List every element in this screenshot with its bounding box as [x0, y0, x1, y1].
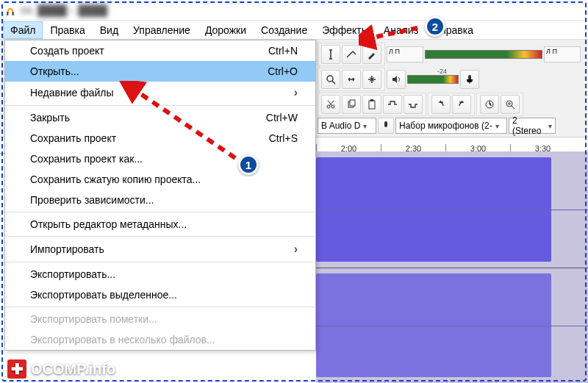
- paste-icon[interactable]: [362, 95, 381, 114]
- meter-value: -24: [437, 68, 447, 75]
- mic-icon[interactable]: [460, 70, 479, 89]
- svg-rect-9: [370, 99, 373, 101]
- meter-labels-play: Л П: [544, 46, 581, 62]
- menu-item-shortcut: Ctrl+S: [269, 132, 298, 144]
- tool-envelope-icon[interactable]: [342, 45, 361, 64]
- window-title: 04. ████ – ████: [21, 4, 107, 16]
- svg-rect-0: [7, 12, 9, 15]
- menu-item-label: Создать проект: [30, 45, 104, 57]
- file-menu-dropdown: Создать проектCtrl+NОткрыть...Ctrl+OНеда…: [4, 40, 316, 351]
- tool-draw-icon[interactable]: [362, 45, 381, 64]
- titlebar: 04. ████ – ████: [0, 0, 588, 21]
- menu-item-label: Сохранить проект как...: [30, 153, 143, 165]
- meter-labels-rec: Л П: [387, 46, 423, 62]
- zoom-in-icon[interactable]: [501, 95, 520, 114]
- menu-item[interactable]: Создать проектCtrl+N: [5, 40, 315, 61]
- menu-item-label: Экспортировать в несколько файлов...: [30, 334, 215, 346]
- app-icon: [4, 4, 16, 16]
- menu-item[interactable]: Экспортировать...: [5, 264, 315, 284]
- menu-item-label: Экспортировать пометки...: [30, 313, 157, 325]
- menu-item-label: Сохранить проект: [30, 132, 116, 144]
- mic-select-icon: [378, 118, 394, 134]
- menu-item[interactable]: Сохранить проект как...: [5, 148, 315, 169]
- menubar: Файл Правка Вид Управление Дорожки Созда…: [0, 21, 588, 40]
- svg-rect-7: [350, 100, 355, 106]
- menu-item-label: Открыть...: [30, 65, 79, 77]
- tool-timeshift-icon[interactable]: [342, 70, 361, 89]
- menu-transport[interactable]: Управление: [126, 21, 198, 39]
- svg-point-2: [327, 76, 333, 82]
- play-meter[interactable]: -24: [407, 75, 459, 84]
- svg-rect-1: [12, 12, 15, 15]
- tool-zoom-icon[interactable]: [321, 70, 340, 89]
- waveform-track[interactable]: [316, 151, 588, 383]
- menu-item-label: Импортировать: [30, 243, 104, 255]
- menu-item: Экспортировать пометки...: [5, 309, 315, 329]
- channels-combo[interactable]: 2 (Stereo: [509, 118, 556, 134]
- menu-item[interactable]: Открыть редактор метаданных...: [5, 214, 315, 235]
- svg-rect-12: [384, 121, 387, 127]
- cut-icon[interactable]: [321, 95, 340, 114]
- menu-analyze[interactable]: Анализ: [376, 21, 426, 39]
- menu-item[interactable]: Сохранить проектCtrl+S: [5, 128, 315, 148]
- menu-item[interactable]: ЗакрытьCtrl+W: [5, 107, 315, 128]
- menu-item-label: Закрыть: [30, 112, 70, 124]
- menu-effects[interactable]: Эффекты: [315, 21, 376, 39]
- silence-icon[interactable]: [404, 95, 423, 114]
- menu-item-shortcut: Ctrl+W: [266, 112, 298, 124]
- menu-item[interactable]: Проверить зависимости...: [5, 190, 315, 210]
- menu-item[interactable]: Сохранить сжатую копию проекта...: [5, 169, 315, 190]
- menu-edit[interactable]: Правка: [43, 21, 92, 39]
- sync-lock-icon[interactable]: [480, 95, 499, 114]
- tool-ibeam-icon[interactable]: [321, 45, 340, 64]
- menu-view[interactable]: Вид: [93, 21, 126, 39]
- menu-item[interactable]: Открыть...Ctrl+O: [5, 61, 315, 82]
- menu-item-label: Экспортировать...: [30, 268, 115, 280]
- watermark: ✚ OCOMP.info: [7, 359, 115, 379]
- submenu-arrow-icon: [294, 86, 298, 99]
- submenu-arrow-icon: [294, 243, 298, 256]
- menu-item-shortcut: Ctrl+N: [268, 45, 298, 57]
- tool-group-cursor: [318, 43, 385, 66]
- svg-rect-8: [369, 101, 375, 109]
- menu-item[interactable]: Экспортировать выделенное...: [5, 284, 315, 305]
- rec-meter[interactable]: [425, 50, 542, 59]
- watermark-icon: ✚: [7, 359, 26, 379]
- mic-combo[interactable]: Набор микрофонов (2-: [395, 118, 507, 134]
- menu-item[interactable]: Импортировать: [5, 238, 315, 260]
- watermark-text: OCOMP.info: [31, 361, 115, 378]
- menu-item-label: Проверить зависимости...: [30, 194, 154, 206]
- speaker-icon[interactable]: [387, 70, 406, 89]
- menu-item-label: Открыть редактор метаданных...: [30, 218, 187, 230]
- menu-help[interactable]: Справка: [426, 21, 481, 39]
- undo-icon[interactable]: [431, 95, 451, 114]
- menu-tracks[interactable]: Дорожки: [198, 21, 254, 39]
- menu-item-label: Сохранить сжатую копию проекта...: [30, 173, 201, 185]
- menu-item-label: Экспортировать выделенное...: [30, 289, 177, 301]
- redo-icon[interactable]: [452, 95, 471, 114]
- menu-item-shortcut: Ctrl+O: [268, 65, 298, 77]
- host-combo[interactable]: B Audio D: [318, 118, 376, 134]
- menu-item[interactable]: Недавние файлы: [5, 82, 315, 104]
- trim-icon[interactable]: [383, 95, 402, 114]
- tool-multi-icon[interactable]: [362, 70, 381, 89]
- menu-file[interactable]: Файл: [3, 21, 43, 39]
- menu-generate[interactable]: Создание: [254, 21, 315, 39]
- menu-item-label: Недавние файлы: [30, 87, 114, 99]
- copy-icon[interactable]: [342, 95, 361, 114]
- menu-item: Экспортировать в несколько файлов...: [5, 329, 315, 350]
